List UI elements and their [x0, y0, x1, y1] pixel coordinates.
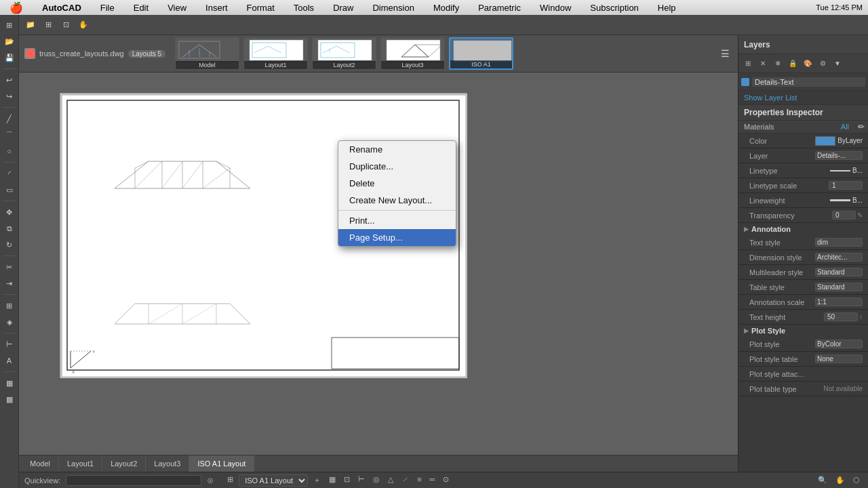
status-lineweight-btn[interactable]: ═ — [427, 474, 438, 487]
toolbar-gradient-btn[interactable]: ▩ — [2, 392, 17, 407]
ctx-page-setup[interactable]: Page Setup... — [338, 229, 456, 246]
prop-tab-materials[interactable]: Materials — [738, 121, 780, 133]
layer-name-select[interactable]: Details-Text — [752, 77, 865, 87]
toolbar-open-btn[interactable]: 📂 — [2, 34, 17, 49]
layer-value-select[interactable]: Details-... — [815, 151, 863, 160]
status-ortho-btn[interactable]: ⊢ — [355, 474, 368, 487]
menu-parametric[interactable]: Parametric — [474, 2, 525, 14]
menu-edit[interactable]: Edit — [130, 2, 153, 14]
apple-menu[interactable]: 🍎 — [5, 1, 27, 15]
canvas-area[interactable]: X Y — [19, 73, 738, 455]
tb-zoom-prev[interactable]: ⊡ — [58, 18, 73, 33]
dim-style-select[interactable]: Architec... — [815, 253, 863, 262]
toolbar-rotate-btn[interactable]: ↻ — [2, 237, 17, 252]
prop-tab-edit-icon[interactable]: ✏ — [854, 121, 868, 133]
toolbar-new-btn[interactable]: ⊞ — [2, 18, 17, 33]
status-zoom-btn[interactable]: 🔍 — [815, 475, 830, 485]
status-add-layout-btn[interactable]: ＋ — [311, 474, 323, 487]
menu-subscription[interactable]: Subscription — [586, 2, 643, 14]
toolbar-trim-btn[interactable]: ✂ — [2, 260, 17, 274]
toolbar-copy-btn[interactable]: ⧉ — [2, 221, 17, 236]
toolbar-circle-btn[interactable]: ○ — [2, 144, 17, 159]
toolbar-block-btn[interactable]: ◈ — [2, 314, 17, 329]
status-snap-btn[interactable]: ⊡ — [341, 474, 353, 487]
toolbar-dim-btn[interactable]: ⊢ — [2, 337, 17, 352]
menu-insert[interactable]: Insert — [201, 2, 232, 14]
text-height-edit-icon[interactable]: ↕ — [859, 313, 863, 321]
ctx-create-new[interactable]: Create New Layout... — [338, 192, 456, 209]
toolbar-line-btn[interactable]: ╱ — [2, 111, 17, 126]
tb-pan[interactable]: ✋ — [76, 18, 91, 33]
thumbnail-layout2[interactable]: Layout2 — [312, 37, 376, 70]
menu-modify[interactable]: Modify — [429, 2, 463, 14]
menu-draw[interactable]: Draw — [329, 2, 357, 14]
text-height-input[interactable] — [824, 312, 858, 321]
thumbnail-model[interactable]: Model — [175, 37, 239, 70]
layer-freeze-btn[interactable]: ❄ — [771, 57, 785, 70]
table-style-select[interactable]: Standard — [815, 283, 863, 291]
status-model-btn[interactable]: ⊞ — [224, 474, 236, 487]
status-dynin-btn[interactable]: ≡ — [414, 474, 424, 487]
toolbar-save-btn[interactable]: 💾 — [2, 50, 17, 65]
annotation-section-header[interactable]: ▶ Annotation — [738, 223, 868, 235]
status-osnap-btn[interactable]: △ — [385, 474, 396, 487]
thumbnails-settings-btn[interactable]: ☰ — [717, 46, 732, 61]
toolbar-undo-btn[interactable]: ↩ — [2, 73, 17, 87]
toolbar-polyline-btn[interactable]: ⌒ — [2, 127, 17, 142]
ctx-delete[interactable]: Delete — [338, 175, 456, 192]
layout-selector[interactable]: ISO A1 Layout — [239, 474, 308, 487]
menu-file[interactable]: File — [96, 2, 119, 14]
layer-delete-btn[interactable]: ✕ — [756, 57, 770, 70]
annotation-scale-select[interactable]: 1:1 — [815, 298, 863, 306]
menu-autocad[interactable]: AutoCAD — [38, 2, 85, 14]
quickview-input[interactable] — [66, 475, 201, 486]
transparency-input[interactable] — [832, 211, 856, 220]
plot-style-select[interactable]: ByColor — [815, 340, 863, 348]
quickview-clear-btn[interactable]: ⊗ — [207, 476, 214, 485]
color-swatch[interactable] — [815, 136, 835, 146]
status-3d-btn[interactable]: ⬡ — [850, 475, 863, 485]
linetype-scale-input[interactable] — [829, 181, 863, 190]
transparency-edit-icon[interactable]: ✎ — [857, 211, 863, 219]
show-layer-list-btn[interactable]: Show Layer List — [738, 91, 868, 105]
menu-dimension[interactable]: Dimension — [368, 2, 418, 14]
menu-window[interactable]: Window — [536, 2, 575, 14]
menu-help[interactable]: Help — [654, 2, 680, 14]
status-tp-btn[interactable]: ⊙ — [440, 474, 452, 487]
plot-style-table-select[interactable]: None — [815, 354, 863, 363]
text-style-select[interactable]: dim — [815, 238, 863, 247]
toolbar-arc-btn[interactable]: ◜ — [2, 166, 17, 181]
tab-iso-a1[interactable]: ISO A1 Layout — [189, 455, 254, 472]
ctx-print[interactable]: Print... — [338, 212, 456, 229]
status-pan-btn[interactable]: ✋ — [833, 475, 848, 485]
menu-tools[interactable]: Tools — [290, 2, 318, 14]
ctx-duplicate[interactable]: Duplicate... — [338, 158, 456, 175]
layer-color-btn[interactable]: 🎨 — [801, 57, 814, 70]
toolbar-move-btn[interactable]: ✥ — [2, 205, 17, 220]
status-otrack-btn[interactable]: ⟋ — [399, 474, 412, 487]
dialog-close-button[interactable]: ✕ — [26, 49, 35, 58]
toolbar-extend-btn[interactable]: ⇥ — [2, 276, 17, 291]
toolbar-rect-btn[interactable]: ▭ — [2, 182, 17, 197]
tab-layout2[interactable]: Layout2 — [102, 455, 146, 472]
toolbar-hatch-btn[interactable]: ▦ — [2, 375, 17, 390]
toolbar-layer-btn[interactable]: ⊞ — [2, 298, 17, 313]
layer-lock-btn[interactable]: 🔒 — [786, 57, 800, 70]
thumbnail-layout1[interactable]: Layout1 — [243, 37, 308, 70]
menu-view[interactable]: View — [163, 2, 191, 14]
prop-tab-all[interactable]: All — [835, 121, 854, 133]
drawing-area[interactable]: ✕ 📄 truss_create_layouts.dwg Layouts 5 — [19, 35, 738, 472]
layer-filter-btn[interactable]: ▼ — [831, 57, 844, 70]
tab-layout1[interactable]: Layout1 — [59, 455, 102, 472]
status-grid-btn[interactable]: ▦ — [326, 474, 338, 487]
tab-model[interactable]: Model — [22, 455, 59, 472]
menu-format[interactable]: Format — [243, 2, 279, 14]
plot-section-header[interactable]: ▶ Plot Style — [738, 325, 868, 337]
thumbnail-layout3[interactable]: Layout3 — [380, 37, 445, 70]
thumbnail-iso-a1[interactable]: ISO A1 — [449, 37, 513, 70]
layer-settings-btn[interactable]: ⚙ — [816, 57, 829, 70]
layer-new-btn[interactable]: ⊞ — [741, 57, 755, 70]
ctx-rename[interactable]: Rename — [338, 141, 456, 158]
toolbar-redo-btn[interactable]: ↪ — [2, 89, 17, 104]
tab-layout3[interactable]: Layout3 — [146, 455, 189, 472]
